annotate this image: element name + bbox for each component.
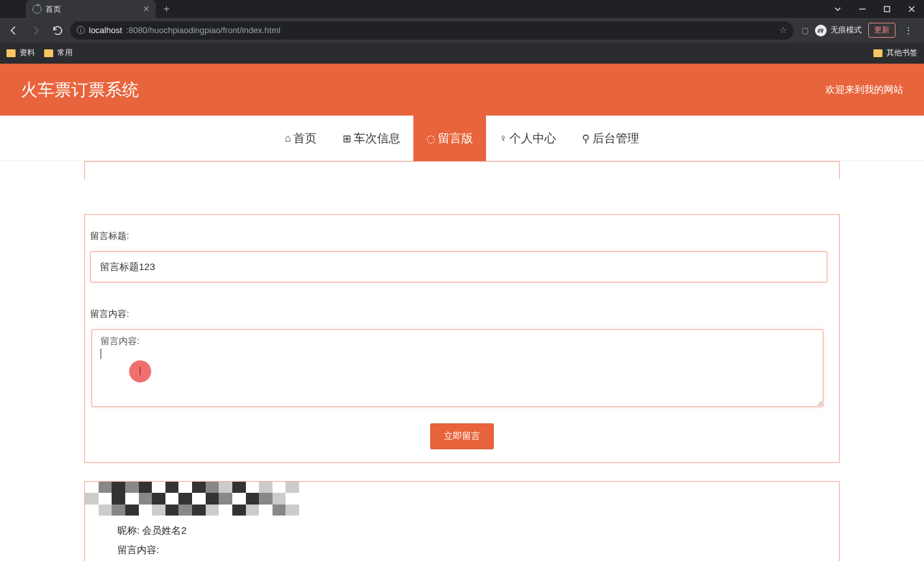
welcome-text: 欢迎来到我的网站 (825, 84, 903, 96)
url-host: localhost (89, 25, 122, 35)
site-header: 火车票订票系统 欢迎来到我的网站 (0, 64, 924, 116)
tab-bar: 首页 × + (0, 0, 924, 18)
incognito-indicator: 无痕模式 (815, 25, 862, 36)
content-label: 留言内容: (89, 308, 835, 320)
window-controls (825, 0, 924, 18)
submit-button[interactable]: 立即留言 (430, 423, 494, 449)
nav-trains[interactable]: ⊞车次信息 (330, 116, 413, 161)
other-bookmarks[interactable]: 其他书签 (873, 47, 918, 58)
info-icon: ⓘ (77, 25, 85, 36)
content-textarea[interactable] (91, 329, 823, 407)
bookmark-bar: 资料 常用 其他书签 (0, 42, 924, 64)
extensions-icon[interactable]: ▢ (801, 26, 808, 35)
nav-label: 首页 (293, 131, 317, 146)
bookmark-item[interactable]: 资料 (6, 47, 35, 58)
user-icon: ♀ (499, 132, 507, 144)
back-button[interactable] (4, 21, 23, 40)
star-icon[interactable]: ☆ (779, 25, 787, 35)
nav-label: 后台管理 (592, 131, 639, 146)
menu-dots-icon[interactable]: ⋮ (902, 26, 915, 35)
update-button[interactable]: 更新 (868, 23, 895, 38)
nickname-label: 昵称: (117, 525, 140, 536)
incognito-label: 无痕模式 (831, 25, 862, 36)
globe-icon (32, 5, 42, 14)
minimize-button[interactable] (850, 0, 875, 18)
content: 留言标题: 留言内容: 留言内容: I 立即留言 昵称: 会员姓名2 留言内容: (0, 161, 924, 561)
bookmark-item[interactable]: 常用 (44, 47, 73, 58)
tab-title: 首页 (45, 4, 61, 15)
cursor-indicator-icon: I (129, 360, 151, 382)
msg-content-label: 留言内容: (117, 540, 830, 560)
nav-admin[interactable]: ⚲后台管理 (569, 116, 652, 161)
url-path: :8080/huochpiaodingpiao/front/index.html (126, 25, 280, 35)
chat-icon: ◌ (426, 132, 435, 145)
svg-rect-0 (884, 6, 890, 12)
message-form-card: 留言标题: 留言内容: 留言内容: I 立即留言 (84, 214, 840, 463)
bookmark-label: 资料 (19, 47, 35, 58)
folder-icon (873, 49, 882, 57)
nav-label: 个人中心 (509, 131, 556, 146)
nav-label: 留言版 (438, 131, 473, 146)
folder-icon (44, 49, 53, 57)
browser-tab[interactable]: 首页 × (26, 0, 156, 18)
forward-button[interactable] (26, 21, 45, 40)
bookmark-label: 常用 (57, 47, 73, 58)
text-cursor (101, 349, 101, 359)
nav-label: 车次信息 (354, 131, 400, 146)
close-icon[interactable]: × (143, 3, 149, 15)
caret-down-icon[interactable] (825, 0, 850, 18)
title-label: 留言标题: (89, 231, 835, 242)
close-window-button[interactable] (899, 0, 924, 18)
grid-icon: ⊞ (343, 132, 351, 145)
folder-icon (6, 49, 16, 57)
censored-block (85, 482, 299, 516)
watermark: 前端哥 (694, 558, 834, 561)
nickname-value: 会员姓名2 (142, 525, 186, 536)
nav-board[interactable]: ◌留言版 (413, 116, 486, 161)
card-fragment (84, 161, 840, 179)
message-card: 昵称: 会员姓名2 留言内容: 留言内容5 2022-03-30 14:23:5… (84, 481, 840, 561)
maximize-button[interactable] (875, 0, 899, 18)
link-icon: ⚲ (582, 132, 590, 145)
site-title: 火车票订票系统 (21, 79, 139, 101)
message-content: 昵称: 会员姓名2 留言内容: 留言内容5 (94, 521, 830, 561)
bookmark-label: 其他书签 (886, 47, 918, 58)
browser-chrome: 首页 × + ⓘ localhost:8080/huochpiaodingpia… (0, 0, 924, 64)
reload-button[interactable] (48, 21, 67, 40)
site-nav: ⌂首页 ⊞车次信息 ◌留言版 ♀个人中心 ⚲后台管理 (0, 116, 924, 161)
nav-user[interactable]: ♀个人中心 (486, 116, 569, 161)
title-input[interactable] (90, 251, 827, 282)
new-tab-button[interactable]: + (164, 3, 169, 15)
incognito-icon (815, 25, 827, 36)
url-input[interactable]: ⓘ localhost:8080/huochpiaodingpiao/front… (70, 21, 794, 40)
page: 火车票订票系统 欢迎来到我的网站 ⌂首页 ⊞车次信息 ◌留言版 ♀个人中心 ⚲后… (0, 64, 924, 561)
address-bar: ⓘ localhost:8080/huochpiaodingpiao/front… (0, 18, 924, 42)
nav-home[interactable]: ⌂首页 (272, 116, 330, 161)
home-icon: ⌂ (285, 132, 291, 144)
